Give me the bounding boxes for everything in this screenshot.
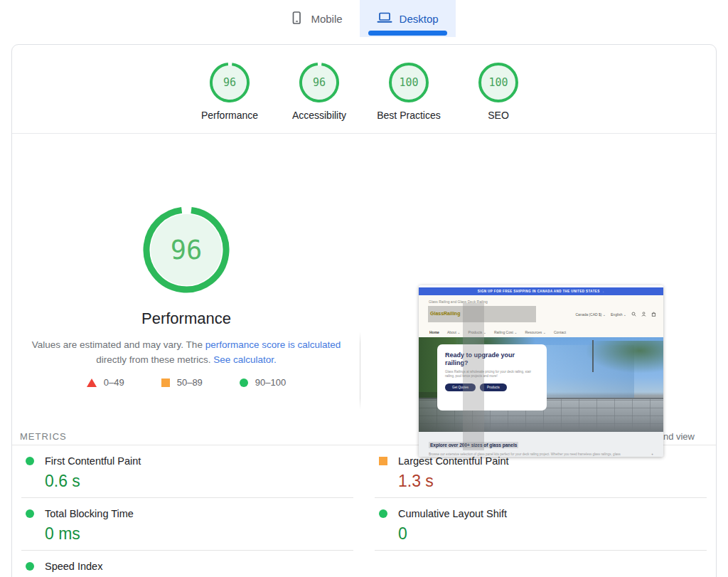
disclaimer-text-1: Values are estimated and may vary. The [32,339,205,350]
legend-average-range: 50–89 [177,377,203,388]
metric-cumulative-layout-shift: Cumulative Layout Shift 0 [375,498,707,551]
legend-fail: 0–49 [87,377,124,388]
tab-desktop[interactable]: Desktop [360,0,456,37]
device-tabbar: Mobile Desktop [0,0,728,37]
thumb-nav-about: About ⌄ [447,330,461,334]
pass-circle-icon [26,562,34,571]
tab-desktop-label: Desktop [400,13,439,25]
seo-score-label[interactable]: SEO [488,110,509,121]
metric-total-blocking-time: Total Blocking Time 0 ms [21,498,353,551]
hero-trees-right [585,341,663,373]
average-square-icon [161,379,170,387]
thumb-promo-banner: SIGN UP FOR FREE SHIPPING IN CANADA AND … [419,287,663,295]
score-block-seo: 100 SEO [464,62,532,133]
metric-speed-index: Speed Index 0.9 s [21,551,353,577]
thumb-nav-home: Home [429,330,439,334]
thumb-hero: Ready to upgrade your railing? Glass Rai… [419,337,663,432]
phone-icon [289,11,304,27]
thumb-nav: Home About ⌄ Products ⌄ Railing Cost ⌄ R… [419,327,663,337]
pass-circle-icon [26,457,34,465]
thumb-site-logo: GlassRailing [430,311,460,316]
report-body: 96 Performance Values are estimated and … [12,134,716,428]
metric-value: 0 ms [45,524,353,544]
user-icon [641,312,646,317]
thumb-section: Explore over 200+ sizes of glass panels … [419,432,663,457]
seo-score-value: 100 [478,62,519,103]
see-calculator-link[interactable]: See calculator. [213,354,277,365]
tab-mobile[interactable]: Mobile [272,0,359,37]
fail-triangle-icon [87,379,97,387]
performance-score-gauge[interactable]: 96 [209,62,250,103]
metric-value: 1.3 s [398,472,707,491]
disclaimer-text-2: directly from these metrics. [96,354,213,365]
pass-circle-icon [240,379,248,387]
cart-icon [651,312,656,317]
thumb-locale-select: Canada (CAD $) ⌄ [575,312,606,317]
thumb-nav-contact: Contact [554,330,566,334]
thumb-loading-placeholder-strip [463,303,484,450]
tab-mobile-label: Mobile [311,13,342,25]
main-performance-score-value: 96 [141,206,232,294]
thumb-section-text: Browse our extensive selection of glass … [429,452,653,456]
metric-first-contentful-paint: First Contentful Paint 0.6 s [21,445,353,498]
score-legend: 0–49 50–89 90–100 [87,377,286,388]
legend-fail-range: 0–49 [104,377,124,388]
pass-circle-icon [379,509,387,518]
pass-circle-icon [26,509,34,518]
performance-score-label[interactable]: Performance [201,110,258,121]
legend-average: 50–89 [161,377,203,388]
thumb-header-controls: Canada (CAD $) ⌄ English ⌄ [575,312,656,317]
performance-score-value: 96 [209,62,250,103]
score-block-best-practices: 100 Best Practices [375,62,443,133]
metric-name: Total Blocking Time [45,508,134,519]
thumb-nav-railing-cost: Railing Cost ⌄ [494,330,518,334]
main-performance-gauge[interactable]: 96 [141,206,232,294]
metric-name: Cumulative Layout Shift [398,508,507,519]
page-screenshot-thumbnail: SIGN UP FOR FREE SHIPPING IN CANADA AND … [419,285,663,457]
metric-name: Speed Index [45,561,102,572]
accessibility-score-label[interactable]: Accessibility [292,110,346,121]
average-square-icon [379,457,387,465]
thumb-plus: + [651,452,653,456]
active-tab-underline [368,31,447,36]
score-block-accessibility: 96 Accessibility [285,62,353,133]
best-practices-score-label[interactable]: Best Practices [377,110,440,121]
hero-cta-card: Ready to upgrade your railing? Glass Rai… [437,344,547,411]
metric-name: Largest Contentful Paint [398,455,509,467]
legend-pass-range: 90–100 [255,377,286,388]
metric-name: First Contentful Paint [45,455,141,467]
accessibility-score-gauge[interactable]: 96 [299,62,340,103]
thumb-site-header: Glass Railing and Glass Deck Railing Gla… [419,295,663,327]
legend-pass: 90–100 [240,377,286,388]
score-calculation-link[interactable]: performance score is calculated [205,339,341,350]
search-icon [631,312,636,317]
thumb-nav-resources: Resources ⌄ [525,330,545,334]
metric-value: 0 [398,524,707,544]
score-block-performance: 96 Performance [196,62,264,133]
laptop-icon [377,11,392,27]
best-practices-score-value: 100 [388,62,429,103]
hero-buttons: Get Quotes Products [445,383,539,391]
hero-heading: Ready to upgrade your railing? [445,351,539,367]
score-disclaimer: Values are estimated and may vary. The p… [26,337,347,367]
best-practices-score-gauge[interactable]: 100 [388,62,429,103]
performance-summary-column: 96 Performance Values are estimated and … [12,134,360,388]
thumb-language-select: English ⌄ [611,312,626,317]
metrics-section-title: METRICS [20,431,67,442]
metrics-grid: First Contentful Paint 0.6 s Largest Con… [12,445,716,577]
metric-value: 0.6 s [45,472,353,491]
hero-subtext: Glass Railings at wholesale pricing for … [445,370,539,380]
report-card: 96 Performance 96 Accessibility 100 [11,44,717,577]
category-scores-row: 96 Performance 96 Accessibility 100 [12,45,716,134]
performance-title: Performance [141,309,231,328]
seo-score-gauge[interactable]: 100 [478,62,519,103]
accessibility-score-value: 96 [299,62,340,103]
